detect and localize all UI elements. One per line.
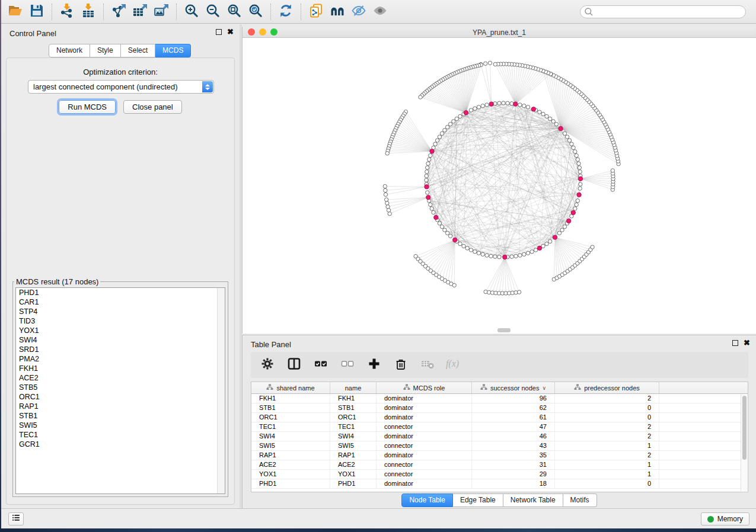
column-header-MCDS-role[interactable]: MCDS role — [377, 382, 472, 393]
network-node[interactable] — [465, 246, 469, 250]
network-node[interactable] — [458, 114, 462, 118]
mcds-result-item[interactable]: RAP1 — [16, 402, 217, 411]
table-row[interactable]: PHD1PHD1dominator180 — [251, 479, 748, 489]
network-node[interactable] — [484, 62, 487, 65]
mcds-node[interactable] — [434, 215, 438, 219]
network-node[interactable] — [611, 169, 614, 172]
network-node[interactable] — [514, 254, 518, 258]
network-node[interactable] — [578, 187, 582, 190]
network-node[interactable] — [429, 203, 432, 206]
network-node[interactable] — [387, 209, 390, 212]
network-node[interactable] — [386, 205, 390, 209]
table-settings-button[interactable] — [259, 357, 276, 373]
mcds-node[interactable] — [425, 185, 429, 189]
network-node[interactable] — [443, 228, 446, 232]
network-node[interactable] — [576, 158, 579, 161]
network-node[interactable] — [426, 162, 430, 165]
table-row[interactable]: SWI4SWI4dominator462 — [251, 432, 748, 441]
network-node[interactable] — [570, 142, 573, 146]
network-node[interactable] — [497, 101, 501, 105]
network-node[interactable] — [560, 228, 564, 232]
network-node[interactable] — [385, 201, 389, 205]
network-node[interactable] — [518, 254, 522, 257]
network-node[interactable] — [445, 231, 449, 235]
mcds-result-item[interactable]: ORC1 — [16, 392, 217, 402]
column-header-name[interactable]: name — [330, 382, 377, 393]
network-node[interactable] — [497, 255, 501, 259]
network-node[interactable] — [438, 135, 441, 139]
network-node[interactable] — [485, 103, 489, 107]
clone-network-button[interactable] — [305, 2, 327, 21]
mcds-result-item[interactable]: YOX1 — [16, 326, 217, 335]
network-node[interactable] — [455, 117, 458, 120]
network-node[interactable] — [383, 184, 387, 188]
binoculars-button[interactable] — [327, 2, 348, 21]
network-node[interactable] — [473, 250, 477, 254]
table-panel-float-icon[interactable] — [732, 340, 738, 346]
mcds-node[interactable] — [430, 149, 434, 153]
table-row[interactable]: RAP1RAP1dominator352 — [251, 451, 748, 460]
mcds-result-item[interactable]: FKH1 — [16, 364, 217, 373]
network-node[interactable] — [551, 120, 555, 123]
network-node[interactable] — [462, 244, 465, 248]
table-row[interactable]: YOX1YOX1connector291 — [251, 470, 748, 479]
hide-selected-button[interactable] — [348, 2, 369, 21]
mcds-result-item[interactable]: PHD1 — [16, 288, 217, 297]
table-vscrollbar[interactable] — [741, 395, 748, 491]
mcds-node[interactable] — [513, 102, 518, 106]
network-node[interactable] — [477, 251, 480, 255]
network-node[interactable] — [545, 242, 548, 245]
mcds-result-item[interactable]: PMA2 — [16, 354, 217, 364]
mcds-node[interactable] — [464, 111, 468, 115]
network-node[interactable] — [534, 248, 537, 252]
network-node[interactable] — [493, 62, 497, 66]
deselect-all-button[interactable] — [339, 357, 356, 373]
import-table-button[interactable] — [78, 2, 99, 21]
network-node[interactable] — [473, 107, 477, 110]
network-node[interactable] — [385, 152, 389, 155]
network-node[interactable] — [573, 207, 577, 210]
network-node[interactable] — [438, 222, 441, 225]
network-node[interactable] — [481, 252, 484, 256]
save-session-button[interactable] — [26, 2, 47, 21]
tab-mcds[interactable]: MCDS — [155, 44, 191, 57]
network-node[interactable] — [518, 103, 522, 107]
zoom-selected-button[interactable] — [245, 2, 266, 21]
network-node[interactable] — [426, 166, 429, 169]
table-vscrollbar-thumb[interactable] — [742, 396, 747, 460]
control-panel-float-icon[interactable] — [216, 29, 222, 35]
network-node[interactable] — [578, 170, 582, 174]
network-node[interactable] — [440, 225, 444, 229]
tab-edge-table[interactable]: Edge Table — [453, 493, 503, 507]
column-header-successor-nodes[interactable]: successor nodes∨ — [472, 382, 555, 393]
mcds-result-item[interactable]: SWI5 — [16, 421, 217, 430]
toggle-panes-button[interactable] — [286, 357, 302, 373]
network-node[interactable] — [538, 110, 541, 114]
mcds-node[interactable] — [578, 177, 582, 181]
table-row[interactable]: FKH1FKH1dominator962 — [251, 394, 748, 403]
close-panel-button[interactable]: Close panel — [123, 100, 182, 114]
mcds-node[interactable] — [553, 235, 557, 239]
network-node[interactable] — [429, 153, 432, 157]
network-node[interactable] — [548, 239, 552, 243]
network-node[interactable] — [452, 283, 456, 287]
network-node[interactable] — [477, 105, 480, 109]
network-node[interactable] — [573, 150, 577, 153]
mcds-result-item[interactable]: SRD1 — [16, 345, 217, 354]
mcds-result-item[interactable]: TEC1 — [16, 430, 217, 440]
network-node[interactable] — [425, 170, 429, 174]
network-node[interactable] — [489, 254, 493, 258]
zoom-out-button[interactable] — [202, 2, 224, 21]
network-node[interactable] — [493, 255, 497, 258]
network-node[interactable] — [572, 146, 575, 149]
mcds-node[interactable] — [559, 126, 563, 130]
mcds-result-item[interactable]: TID3 — [16, 316, 217, 326]
network-node[interactable] — [448, 122, 452, 126]
network-node[interactable] — [563, 225, 566, 229]
export-table-button[interactable] — [129, 2, 151, 21]
network-node[interactable] — [385, 198, 388, 201]
column-header-predecessor-nodes[interactable]: predecessor nodes — [555, 382, 659, 393]
network-node[interactable] — [440, 132, 444, 135]
control-panel-close-icon[interactable]: ✖ — [227, 29, 234, 35]
mcds-node[interactable] — [567, 219, 571, 223]
